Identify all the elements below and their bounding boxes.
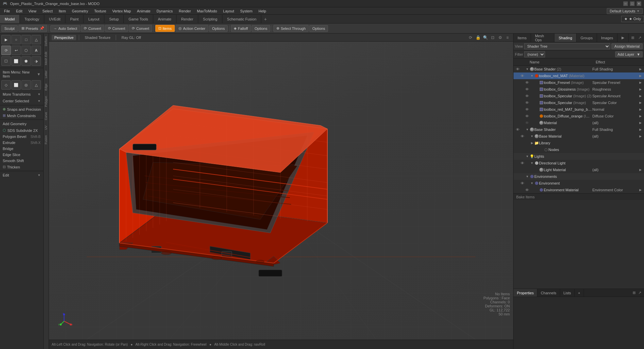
minimize-button[interactable]: ─ xyxy=(623,1,628,6)
tool-transform[interactable]: ⟳ xyxy=(1,46,11,55)
transform-icon-3[interactable]: ◎ xyxy=(21,80,31,90)
v-tab-mesh-edit[interactable]: Mesh Edit xyxy=(44,49,49,68)
tool-scale[interactable]: △ xyxy=(32,35,41,44)
expand-icon[interactable]: ▼ xyxy=(525,155,530,158)
expand-icon[interactable]: ▼ xyxy=(530,135,534,138)
transform-icon-2[interactable]: ⬜ xyxy=(11,80,21,90)
shader-tree[interactable]: 👁 ▼ Base Shader (2) Full Shading ▶ 👁 ▼ t… xyxy=(514,66,644,289)
tab-uvedit[interactable]: UVEdit xyxy=(44,15,65,23)
options-button-2[interactable]: Options xyxy=(252,25,270,32)
viewport-tab-ray-gl[interactable]: Ray GL: Off xyxy=(119,35,144,40)
tree-row-base-shader-2[interactable]: 👁 ▼ Base Shader Full Shading ▶ xyxy=(514,126,644,133)
bottom-panel-popout[interactable]: ↗ xyxy=(637,290,643,296)
tree-item-arrow[interactable]: ▶ xyxy=(639,108,643,111)
edit-header[interactable]: Edit ▼ xyxy=(0,172,43,179)
tree-row-bump-baked[interactable]: 👁 toolbox_red_MAT_bump_baked (Image) Nor… xyxy=(514,106,644,113)
tab-animate[interactable]: Animate xyxy=(153,15,176,23)
tool-undo[interactable]: ↩ xyxy=(11,46,21,55)
eye-icon[interactable]: 👁 xyxy=(520,181,525,186)
tab-render[interactable]: Render xyxy=(176,15,198,23)
eye-icon[interactable]: 👁 xyxy=(524,87,530,92)
tree-item-arrow[interactable]: ▶ xyxy=(639,128,643,131)
menu-maxtomodo[interactable]: MaxToModo xyxy=(194,8,220,14)
tool-lasso[interactable]: ⬗ xyxy=(32,56,41,66)
bottom-panel-expand[interactable]: ⊞ xyxy=(631,290,637,296)
v-tab-fusion[interactable]: Fusion xyxy=(44,133,49,147)
tab-layout[interactable]: Layout xyxy=(84,15,104,23)
eye-icon[interactable]: 👁 xyxy=(524,80,530,85)
sds-subdivide[interactable]: ⬡ SDS Subdivide 2X xyxy=(0,127,43,134)
tree-item-arrow[interactable]: ▶ xyxy=(639,67,643,71)
eye-icon[interactable]: 👁 xyxy=(524,100,530,105)
tree-row-toolbox-red-mat[interactable]: 👁 ▼ toolbox_red_MAT (Material) ▶ xyxy=(514,72,644,79)
snaps-precision[interactable]: ⊕ Snaps and Precision xyxy=(0,106,43,112)
eye-icon[interactable]: 👁 xyxy=(520,73,525,79)
panel-tab-mesh-ops[interactable]: Mesh Ops xyxy=(531,34,555,42)
tab-model[interactable]: Model xyxy=(0,15,20,23)
menu-item[interactable]: Item xyxy=(56,8,68,14)
tree-row-directional-light[interactable]: 👁 ▼ Directional Light xyxy=(514,160,644,166)
menu-file[interactable]: File xyxy=(1,8,13,14)
tree-row-library[interactable]: ▶ 📁 Library xyxy=(514,140,644,146)
expand-icon[interactable]: ▼ xyxy=(525,128,530,131)
assign-material-button[interactable]: Assign Material xyxy=(611,43,643,49)
viewport-icon-more[interactable]: ≡ xyxy=(504,35,511,41)
tab-paint[interactable]: Paint xyxy=(65,15,84,23)
tree-row-environments[interactable]: ▼ Environments xyxy=(514,173,644,180)
tree-item-arrow[interactable]: ▶ xyxy=(639,101,643,104)
tree-item-arrow[interactable]: ▶ xyxy=(639,74,643,78)
tab-plus[interactable]: + xyxy=(261,15,269,23)
tool-hex[interactable]: ⬡ xyxy=(21,46,31,55)
menu-help[interactable]: Help xyxy=(256,8,269,14)
tree-row-light-material[interactable]: Light Material (all) ▶ xyxy=(514,166,644,173)
viewport-tab-perspective[interactable]: Perspective xyxy=(52,35,76,40)
menu-layout[interactable]: Layout xyxy=(220,8,237,14)
item-menu-dropdown[interactable]: Item Menu: New Item ▼ xyxy=(0,69,43,80)
filter-select[interactable]: (none) xyxy=(524,51,545,57)
auto-select-button[interactable]: → Auto Select xyxy=(50,25,80,32)
tree-row-env-material[interactable]: 👁 Environment Material Environment Color… xyxy=(514,187,644,193)
eye-icon[interactable]: 👁 xyxy=(524,107,530,112)
menu-edit[interactable]: Edit xyxy=(13,8,25,14)
only-toggle[interactable]: ★ ★ Only xyxy=(621,16,644,22)
tool-rect[interactable]: ⬜ xyxy=(11,56,21,66)
tree-item-arrow[interactable]: ▶ xyxy=(639,88,643,91)
expand-icon[interactable]: ▼ xyxy=(530,74,534,78)
tree-item-arrow[interactable]: ▶ xyxy=(639,168,643,171)
bake-items[interactable]: Bake Items xyxy=(514,193,644,200)
menu-animate[interactable]: Animate xyxy=(134,8,153,14)
menu-view[interactable]: View xyxy=(26,8,39,14)
panel-tab-items[interactable]: Items xyxy=(514,34,531,42)
tab-scripting[interactable]: Scripting xyxy=(198,15,222,23)
panel-tab-arrow[interactable]: ▶ xyxy=(618,34,629,42)
tool-text[interactable]: A xyxy=(32,46,41,55)
bottom-tab-lists[interactable]: Lists xyxy=(560,289,575,297)
maximize-button[interactable]: □ xyxy=(630,1,635,6)
menu-system[interactable]: System xyxy=(237,8,255,14)
menu-texture[interactable]: Texture xyxy=(92,8,109,14)
convert-button-1[interactable]: ⟳ Convert xyxy=(81,25,104,32)
viewport-icon-zoom[interactable]: 🔍 xyxy=(482,35,488,41)
menu-dynamics[interactable]: Dynamics xyxy=(154,8,175,14)
polygon-bevel[interactable]: Polygon Bevel Shift-B xyxy=(0,134,43,140)
expand-icon[interactable]: ▼ xyxy=(530,161,534,165)
options-button-3[interactable]: Options xyxy=(309,25,328,32)
bridge[interactable]: Bridge xyxy=(0,146,43,152)
tree-row-lights[interactable]: ▼ 💡 Lights xyxy=(514,153,644,160)
tree-row-glossiness[interactable]: 👁 toolbox_Glossiness (Image) Roughness ▶ xyxy=(514,86,644,93)
eye-icon[interactable]: 👁 xyxy=(524,113,530,119)
bottom-tab-plus[interactable]: + xyxy=(575,289,584,297)
options-button-1[interactable]: Options xyxy=(209,25,228,32)
tree-item-arrow[interactable]: ▶ xyxy=(639,121,643,124)
v-tab-deform[interactable]: Deform xyxy=(44,34,49,49)
expand-icon[interactable]: ▼ xyxy=(525,67,530,71)
action-center-button[interactable]: ◎ Action Center xyxy=(175,25,209,32)
expand-icon[interactable]: ▼ xyxy=(525,175,530,178)
add-layer-button[interactable]: Add Layer ▼ xyxy=(615,51,643,57)
tree-item-arrow[interactable]: ▶ xyxy=(639,114,643,118)
view-select[interactable]: Shader Tree xyxy=(524,43,610,49)
panel-tab-images[interactable]: Images xyxy=(597,34,618,42)
more-transforms[interactable]: More Transforms ▼ xyxy=(0,91,43,98)
tree-item-arrow[interactable]: ▶ xyxy=(639,81,643,84)
transform-icon-1[interactable]: ◇ xyxy=(1,80,11,90)
